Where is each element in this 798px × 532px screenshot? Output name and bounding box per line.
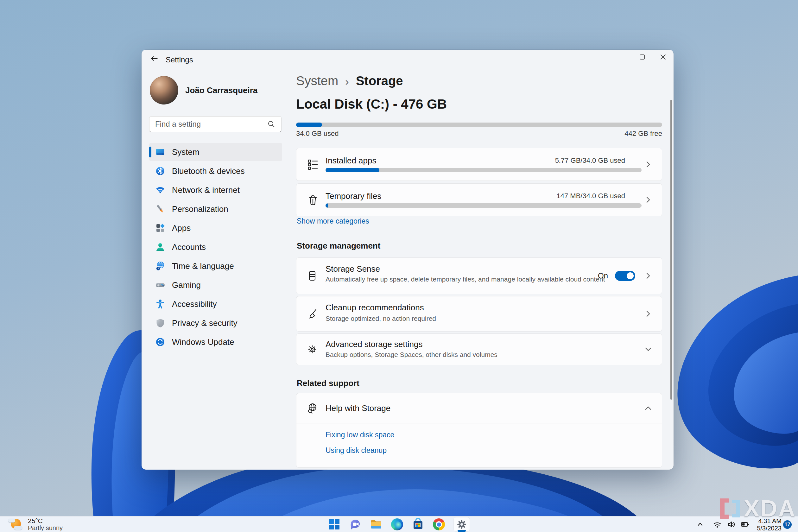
chat-button[interactable] [349, 518, 362, 531]
back-arrow-icon [150, 54, 159, 63]
weather-widget[interactable]: 25°C Partly sunny [8, 517, 63, 531]
cleanup-title: Cleanup recommendations [325, 303, 424, 312]
help-with-storage-header[interactable]: Help with Storage [297, 393, 662, 423]
xda-watermark: XDA [720, 495, 796, 522]
sidebar-item-accounts[interactable]: Accounts [149, 238, 282, 256]
sidebar-item-label: System [172, 147, 200, 157]
cleanup-recommendations-row[interactable]: Cleanup recommendations Storage optimize… [296, 296, 662, 331]
watermark-right-bracket [732, 500, 740, 517]
chrome-button[interactable] [433, 518, 445, 531]
edge-icon [391, 518, 403, 530]
using-disk-cleanup-link[interactable]: Using disk cleanup [325, 446, 394, 455]
sidebar-item-privacy-security[interactable]: Privacy & security [149, 314, 282, 332]
accessibility-icon [155, 299, 166, 309]
user-profile[interactable]: João Carrasqueira [150, 76, 282, 105]
taskbar-icons [328, 516, 470, 532]
advanced-storage-settings-row[interactable]: Advanced storage settings Backup options… [296, 334, 662, 365]
storage-management-heading: Storage management [297, 241, 380, 251]
temporary-files-bar [325, 203, 642, 208]
disk-title: Local Disk (C:) - 476 GB [296, 97, 447, 112]
watermark-text: XDA [744, 495, 796, 522]
temporary-files-fill [325, 203, 328, 208]
chevron-down-icon [643, 344, 653, 355]
storage-sense-toggle[interactable] [615, 271, 635, 281]
back-button[interactable] [147, 52, 162, 65]
search-input[interactable] [155, 120, 267, 129]
storage-sense-title: Storage Sense [325, 264, 380, 274]
temporary-files-row[interactable]: Temporary files 147 MB/34.0 GB used [296, 183, 662, 216]
sidebar-item-label: Accounts [172, 242, 206, 252]
sidebar-nav: System Bluetooth & devices Network [149, 143, 282, 351]
sidebar-item-label: Gaming [172, 280, 201, 290]
window-scrollbar[interactable] [670, 100, 672, 400]
windows-update-icon [155, 337, 166, 347]
temporary-files-label: Temporary files [325, 191, 381, 201]
show-more-categories-link[interactable]: Show more categories [297, 217, 369, 226]
sidebar-item-label: Personalization [172, 204, 228, 214]
advanced-description: Backup options, Storage Spaces, other di… [325, 350, 497, 359]
chevron-up-icon [643, 403, 653, 414]
sidebar-item-label: Privacy & security [172, 318, 238, 328]
start-button[interactable] [328, 518, 341, 531]
microsoft-store-button[interactable] [412, 518, 424, 531]
sidebar-item-gaming[interactable]: Gaming [149, 276, 282, 294]
active-app-indicator [458, 530, 466, 532]
sidebar-item-personalization[interactable]: Personalization [149, 200, 282, 218]
installed-apps-label: Installed apps [325, 156, 376, 166]
storage-sense-toggle-label: On [598, 271, 608, 280]
sidebar-item-label: Network & internet [172, 185, 240, 195]
taskbar: 25°C Partly sunny [0, 516, 798, 532]
sidebar-item-accessibility[interactable]: Accessibility [149, 295, 282, 313]
sidebar-item-network-internet[interactable]: Network & internet [149, 181, 282, 199]
storage-sense-description: Automatically free up space, delete temp… [325, 275, 605, 284]
installed-apps-row[interactable]: Installed apps 5.77 GB/34.0 GB used [296, 148, 662, 181]
sidebar-item-label: Time & language [172, 261, 234, 271]
sidebar: João Carrasqueira System [149, 68, 282, 351]
disk-usage-bar [296, 122, 662, 127]
chevron-right-icon [643, 159, 653, 170]
weather-temperature: 25°C [28, 517, 63, 525]
installed-apps-icon [306, 158, 320, 172]
fixing-low-disk-space-link[interactable]: Fixing low disk space [325, 431, 394, 439]
sidebar-item-label: Windows Update [172, 337, 234, 347]
user-name: João Carrasqueira [185, 86, 258, 95]
divider [297, 423, 662, 423]
apps-icon [155, 223, 166, 233]
installed-apps-usage: 5.77 GB/34.0 GB used [555, 156, 625, 165]
microsoft-store-icon [412, 518, 424, 530]
cleanup-description: Storage optimized, no action required [325, 314, 436, 323]
sidebar-item-apps[interactable]: Apps [149, 219, 282, 237]
privacy-shield-icon [155, 318, 166, 328]
system-icon [155, 147, 166, 157]
settings-window: Settings João Carrasqueira [141, 50, 673, 470]
sidebar-item-label: Accessibility [172, 299, 217, 309]
help-with-storage-card: Help with Storage Fixing low disk space … [296, 393, 662, 468]
sidebar-item-windows-update[interactable]: Windows Update [149, 333, 282, 351]
sidebar-item-time-language[interactable]: Time & language [149, 257, 282, 275]
sidebar-item-system[interactable]: System [149, 143, 282, 161]
disk-usage-fill [296, 122, 322, 127]
personalization-icon [155, 204, 166, 214]
disk-free-label: 442 GB free [625, 130, 662, 138]
breadcrumb-storage: Storage [356, 74, 403, 88]
chevron-right-icon [643, 194, 653, 205]
window-title: Settings [166, 55, 193, 64]
main-content: System › Storage Local Disk (C:) - 476 G… [296, 50, 662, 470]
file-explorer-button[interactable] [370, 518, 382, 531]
edge-button[interactable] [391, 518, 403, 531]
sidebar-item-bluetooth-devices[interactable]: Bluetooth & devices [149, 162, 282, 180]
settings-button-active[interactable] [454, 517, 470, 532]
help-globe-icon [306, 402, 319, 415]
search-box [149, 116, 282, 132]
breadcrumb-system[interactable]: System [296, 74, 338, 88]
search-icon [267, 120, 276, 128]
gaming-icon [155, 280, 166, 290]
hidden-icons-chevron[interactable] [696, 520, 705, 529]
user-avatar [150, 76, 178, 104]
storage-sense-row[interactable]: Storage Sense Automatically free up spac… [296, 258, 662, 294]
help-with-storage-title: Help with Storage [325, 403, 391, 413]
settings-gear-icon [456, 519, 468, 530]
selected-pill [149, 147, 151, 157]
weather-condition: Partly sunny [28, 525, 63, 531]
network-wifi-icon [155, 185, 166, 195]
